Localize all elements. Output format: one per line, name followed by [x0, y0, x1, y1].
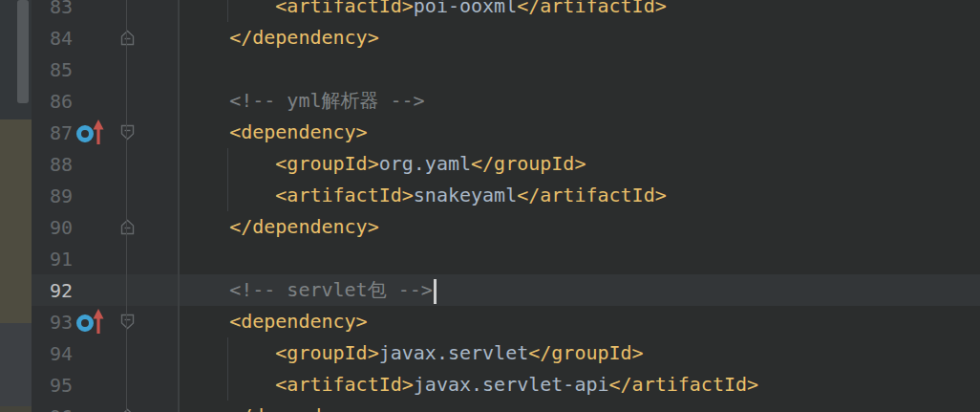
left-panel-slate-block: [0, 323, 32, 406]
gutter-icon-cell: [73, 148, 109, 180]
code-text[interactable]: <dependency>: [178, 117, 980, 148]
gutter-spacer: [145, 211, 178, 243]
left-panel-bottom-block: [0, 406, 32, 412]
gutter-icon-cell: [73, 0, 109, 22]
code-line[interactable]: 94 <groupId>javax.servlet</groupId>: [32, 337, 980, 369]
gutter-icon-cell: [73, 337, 109, 369]
code-line[interactable]: 90 </dependency>: [32, 211, 980, 243]
code-segment-tag: <groupId>: [183, 341, 379, 364]
gutter-spacer: [145, 148, 178, 180]
gutter-icon-cell: [73, 401, 109, 412]
code-segment-tag: </dependency>: [183, 215, 379, 238]
code-text[interactable]: <groupId>javax.servlet</groupId>: [178, 337, 980, 369]
gutter-border: [178, 0, 180, 412]
line-number: 88: [32, 153, 73, 176]
panel-scrollbar-thumb[interactable]: [17, 0, 29, 103]
code-line[interactable]: 87 <dependency>: [32, 117, 980, 148]
line-number: 95: [32, 374, 73, 397]
fold-cell[interactable]: [109, 401, 145, 412]
code-segment-tag: </groupId>: [528, 341, 643, 364]
gutter-icon-cell: [73, 54, 109, 85]
line-number: 87: [32, 121, 73, 144]
fold-cell: [109, 274, 145, 306]
line-number: 85: [32, 58, 73, 81]
fold-marker-collapse-end-icon[interactable]: [120, 408, 135, 412]
left-panel-olive-block: [0, 119, 32, 323]
fold-guide-line: [126, 0, 127, 412]
fold-cell: [109, 337, 145, 369]
code-line[interactable]: 89 <artifactId>snakeyaml</artifactId>: [32, 180, 980, 211]
gutter-spacer: [145, 54, 178, 85]
gutter-spacer: [145, 337, 178, 369]
line-number: 83: [32, 0, 73, 18]
code-line[interactable]: 92 <!-- servlet包 -->: [32, 274, 980, 306]
code-segment-tag: <artifactId>: [183, 0, 414, 17]
code-segment-tag: <artifactId>: [183, 184, 414, 206]
code-segment-tag: </artifactId>: [517, 0, 667, 17]
code-text[interactable]: <groupId>org.yaml</groupId>: [178, 148, 980, 180]
fold-cell[interactable]: [109, 211, 145, 243]
code-editor[interactable]: 83 <artifactId>poi-ooxml</artifactId>84 …: [32, 0, 980, 412]
fold-marker-collapse-start-icon[interactable]: [120, 314, 135, 330]
code-line[interactable]: 88 <groupId>org.yaml</groupId>: [32, 148, 980, 180]
fold-cell[interactable]: [109, 117, 145, 148]
code-text[interactable]: <dependency>: [178, 306, 980, 337]
fold-cell[interactable]: [109, 22, 145, 54]
code-line[interactable]: 84 </dependency>: [32, 22, 980, 54]
fold-cell: [109, 180, 145, 211]
line-number: 92: [32, 279, 73, 302]
code-line[interactable]: 95 <artifactId>javax.servlet-api</artifa…: [32, 369, 980, 401]
code-line[interactable]: 96 </dependency>: [32, 401, 980, 412]
gutter-spacer: [145, 274, 178, 306]
gutter-spacer: [145, 180, 178, 211]
line-number: 91: [32, 248, 73, 271]
code-text[interactable]: <artifactId>poi-ooxml</artifactId>: [178, 0, 980, 22]
code-segment-text: poi-ooxml: [414, 0, 517, 17]
gutter-spacer: [145, 0, 178, 22]
code-lines-container: 83 <artifactId>poi-ooxml</artifactId>84 …: [32, 0, 980, 412]
code-segment-comment: <!-- yml解析器 -->: [183, 89, 425, 112]
code-segment-tag: </groupId>: [471, 152, 586, 175]
gutter-icon-cell: [73, 243, 109, 274]
dependency-gutter-icon[interactable]: [74, 119, 108, 147]
code-segment-text: snakeyaml: [414, 184, 517, 206]
code-text[interactable]: </dependency>: [178, 401, 980, 412]
line-number: 93: [32, 311, 73, 334]
gutter-spacer: [145, 22, 178, 54]
code-text[interactable]: <!-- servlet包 -->: [178, 274, 980, 306]
fold-marker-collapse-start-icon[interactable]: [120, 124, 135, 141]
code-segment-tag: <groupId>: [183, 152, 379, 175]
gutter-icon-cell: [73, 180, 109, 211]
gutter-spacer: [145, 85, 178, 117]
line-number: 84: [32, 27, 73, 50]
code-segment-tag: <dependency>: [183, 120, 368, 143]
gutter-icon-cell[interactable]: [73, 306, 109, 337]
code-line[interactable]: 93 <dependency>: [32, 306, 980, 337]
gutter-icon-cell: [73, 274, 109, 306]
code-text[interactable]: <!-- yml解析器 -->: [178, 85, 980, 117]
code-line[interactable]: 91: [32, 243, 980, 274]
ide-window: 83 <artifactId>poi-ooxml</artifactId>84 …: [0, 0, 980, 412]
fold-cell: [109, 0, 145, 22]
gutter-spacer: [145, 243, 178, 274]
fold-cell[interactable]: [109, 306, 145, 337]
line-number: 86: [32, 90, 73, 113]
code-line[interactable]: 86 <!-- yml解析器 -->: [32, 85, 980, 117]
code-segment-tag: </artifactId>: [609, 373, 759, 396]
fold-cell: [109, 243, 145, 274]
fold-marker-collapse-end-icon[interactable]: [120, 30, 135, 46]
gutter-icon-cell[interactable]: [73, 117, 109, 148]
code-segment-text: javax.servlet: [379, 341, 529, 364]
code-line[interactable]: 85: [32, 54, 980, 85]
gutter-icon-cell: [73, 369, 109, 401]
code-line[interactable]: 83 <artifactId>poi-ooxml</artifactId>: [32, 0, 980, 22]
line-number: 96: [32, 405, 73, 412]
gutter-spacer: [145, 117, 178, 148]
fold-marker-collapse-end-icon[interactable]: [120, 219, 135, 235]
gutter-spacer: [145, 306, 178, 337]
code-text[interactable]: </dependency>: [178, 211, 980, 243]
code-text[interactable]: </dependency>: [178, 22, 980, 54]
dependency-gutter-icon[interactable]: [74, 308, 108, 336]
code-text[interactable]: <artifactId>javax.servlet-api</artifactI…: [178, 369, 980, 401]
code-text[interactable]: <artifactId>snakeyaml</artifactId>: [178, 180, 980, 211]
